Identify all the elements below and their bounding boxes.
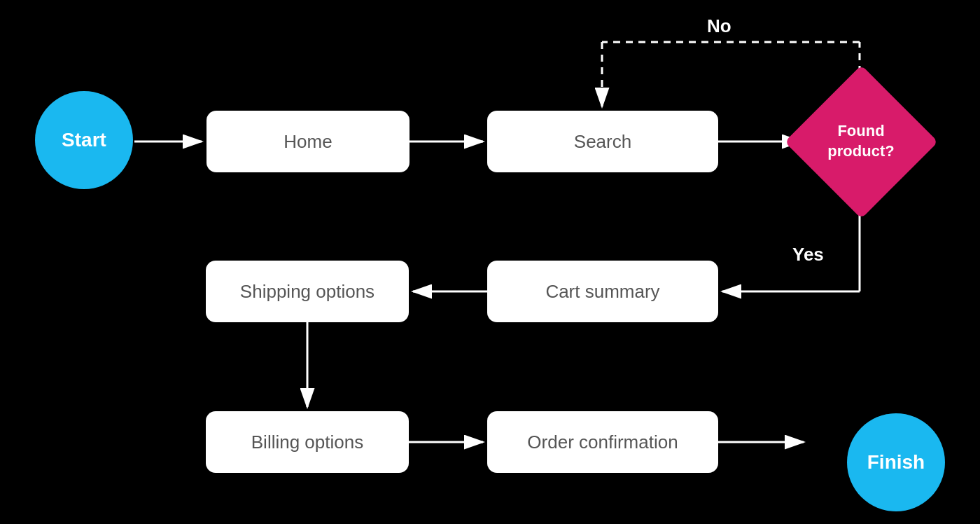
shipping-options-node: Shipping options	[206, 261, 409, 322]
home-node: Home	[206, 111, 410, 172]
start-node: Start	[35, 91, 133, 189]
search-node: Search	[487, 111, 718, 172]
cart-summary-node: Cart summary	[487, 261, 718, 322]
order-confirmation-node: Order confirmation	[487, 411, 718, 473]
flowchart-diagram: No Yes	[0, 0, 980, 524]
label-no: No	[707, 15, 732, 37]
diamond-label: Foundproduct?	[827, 121, 894, 161]
found-product-node: Foundproduct?	[805, 85, 917, 198]
finish-node: Finish	[847, 413, 945, 511]
billing-options-node: Billing options	[206, 411, 409, 473]
label-yes: Yes	[792, 244, 824, 266]
